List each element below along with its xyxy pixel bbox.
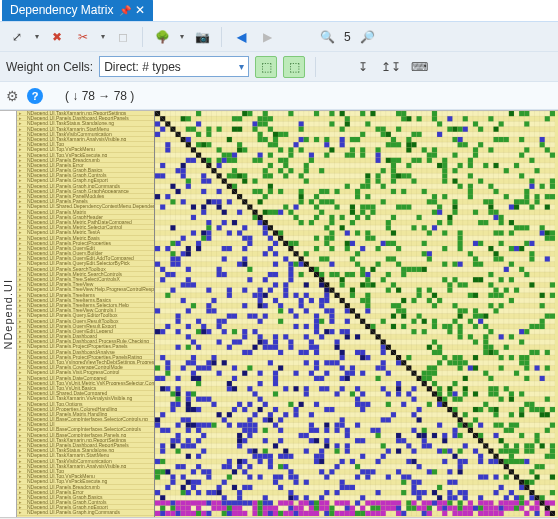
sort-button-1[interactable]: ↧ [352, 56, 374, 78]
separator [221, 27, 222, 47]
tab-bar: Dependency Matrix 📌 ✕ [0, 0, 558, 22]
info-bar: ⚙ ? ( ↓ 78 → 78 ) [0, 82, 558, 110]
toolbar-primary: ⤢▾ ✖ ✂▾ ◻ 🌳▾ 📷 ◀ ▶ 🔍 5 🔎 [0, 22, 558, 52]
dropdown-icon[interactable]: ▾ [32, 32, 42, 41]
zoom-out-button[interactable]: 🔎 [357, 26, 379, 48]
dropdown-icon[interactable]: ▾ [98, 32, 108, 41]
tree-button[interactable]: 🌳 [151, 26, 173, 48]
action-button[interactable]: ◻ [112, 26, 134, 48]
matrix-area: NDepend.UI NDepend.UI.TaskXamarin.ng.Rep… [0, 110, 558, 517]
toolbar-secondary: Weight on Cells: Direct: # types ▾ ⬚ ⬚ ↧… [0, 52, 558, 82]
separator [142, 27, 143, 47]
keyboard-button[interactable]: ⌨ [408, 56, 430, 78]
dropdown-icon[interactable]: ▾ [177, 32, 187, 41]
help-icon[interactable]: ? [27, 88, 43, 104]
dimensions-text: ( ↓ 78 → 78 ) [65, 89, 134, 103]
gear-icon[interactable]: ⚙ [6, 88, 19, 104]
weight-label: Weight on Cells: [6, 60, 93, 74]
weight-select-value: Direct: # types [104, 60, 181, 74]
zoom-in-button[interactable]: 🔍 [316, 26, 338, 48]
mode-button-2[interactable]: ⬚ [283, 56, 305, 78]
mode-button-1[interactable]: ⬚ [255, 56, 277, 78]
close-icon[interactable]: ✕ [135, 3, 145, 17]
tab-title: Dependency Matrix [10, 3, 113, 17]
separator [315, 57, 316, 77]
camera-icon[interactable]: 📷 [191, 26, 213, 48]
pin-icon[interactable]: 📌 [119, 5, 129, 15]
row-header-list[interactable]: NDepend.UI.TaskXamarin.ng.ReportSettings… [17, 111, 155, 517]
cut-button[interactable]: ✂ [72, 26, 94, 48]
vertical-axis-label[interactable]: NDepend.UI [0, 111, 17, 517]
tab-dependency-matrix[interactable]: Dependency Matrix 📌 ✕ [2, 0, 153, 21]
remove-button[interactable]: ✖ [46, 26, 68, 48]
row-header[interactable]: NDepend.UI.Panels.Graph.ingCommands [17, 510, 154, 515]
forward-button[interactable]: ▶ [256, 26, 278, 48]
zoom-value: 5 [342, 30, 353, 44]
chevron-down-icon: ▾ [239, 61, 244, 72]
expand-all-button[interactable]: ⤢ [6, 26, 28, 48]
sort-button-2[interactable]: ↥↧ [380, 56, 402, 78]
heatmap-grid[interactable] [155, 111, 558, 517]
weight-select[interactable]: Direct: # types ▾ [99, 56, 249, 77]
back-button[interactable]: ◀ [230, 26, 252, 48]
heatmap-canvas[interactable] [155, 111, 555, 516]
